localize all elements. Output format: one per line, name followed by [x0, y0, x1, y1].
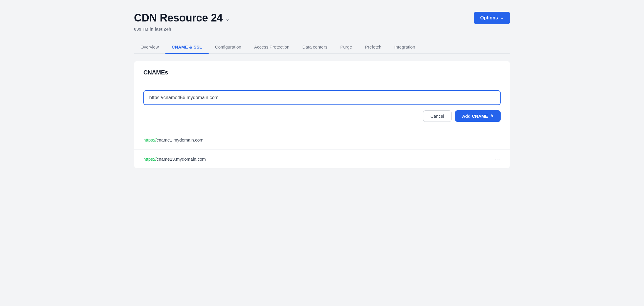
- tab-overview[interactable]: Overview: [134, 41, 165, 54]
- options-button[interactable]: Options ⌄: [474, 12, 510, 24]
- cname-list-item-2: https://cname23.mydomain.com ⋯: [134, 149, 510, 168]
- cname-list-item: https://cname1.mydomain.com ⋯: [134, 130, 510, 149]
- tab-purge[interactable]: Purge: [334, 41, 358, 54]
- content-card: CNAMEs Cancel Add CNAME ✎ https://cname1…: [134, 61, 510, 168]
- add-cname-button[interactable]: Add CNAME ✎: [455, 110, 501, 122]
- tab-integration[interactable]: Integration: [388, 41, 422, 54]
- add-cname-section: Cancel Add CNAME ✎: [134, 82, 510, 130]
- header-left: CDN Resource 24 ⌄ 639 TB in last 24h: [134, 12, 230, 31]
- cname-https-2: https://: [143, 157, 157, 162]
- cnames-section-header: CNAMEs: [134, 61, 510, 82]
- cname-input[interactable]: [143, 90, 501, 105]
- options-chevron-icon: ⌄: [500, 16, 504, 20]
- tab-access-protection[interactable]: Access Protection: [248, 41, 296, 54]
- tab-configuration[interactable]: Configuration: [209, 41, 248, 54]
- cname-link-1: https://cname1.mydomain.com: [143, 137, 203, 142]
- cname-domain-2: cname23.mydomain.com: [157, 157, 206, 162]
- title-row: CDN Resource 24 ⌄: [134, 12, 230, 24]
- cancel-button[interactable]: Cancel: [423, 110, 452, 122]
- page-header: CDN Resource 24 ⌄ 639 TB in last 24h Opt…: [134, 12, 510, 31]
- cname-button-row: Cancel Add CNAME ✎: [143, 110, 501, 122]
- cname-link-2: https://cname23.mydomain.com: [143, 157, 206, 162]
- cname-domain-1: cname1.mydomain.com: [157, 137, 203, 142]
- cname-more-icon-2[interactable]: ⋯: [494, 155, 501, 162]
- page-subtitle: 639 TB in last 24h: [134, 26, 230, 31]
- tab-data-centers[interactable]: Data centers: [296, 41, 334, 54]
- cname-https-1: https://: [143, 137, 157, 142]
- cnames-title: CNAMEs: [143, 69, 501, 76]
- tab-cname-ssl[interactable]: CNAME & SSL: [165, 41, 209, 54]
- tab-prefetch[interactable]: Prefetch: [358, 41, 388, 54]
- tabs-bar: Overview CNAME & SSL Configuration Acces…: [134, 41, 510, 54]
- cname-more-icon-1[interactable]: ⋯: [494, 136, 501, 143]
- add-cname-icon: ✎: [490, 114, 494, 118]
- page-title: CDN Resource 24: [134, 12, 223, 24]
- options-label: Options: [480, 15, 498, 21]
- title-chevron-icon[interactable]: ⌄: [225, 15, 230, 22]
